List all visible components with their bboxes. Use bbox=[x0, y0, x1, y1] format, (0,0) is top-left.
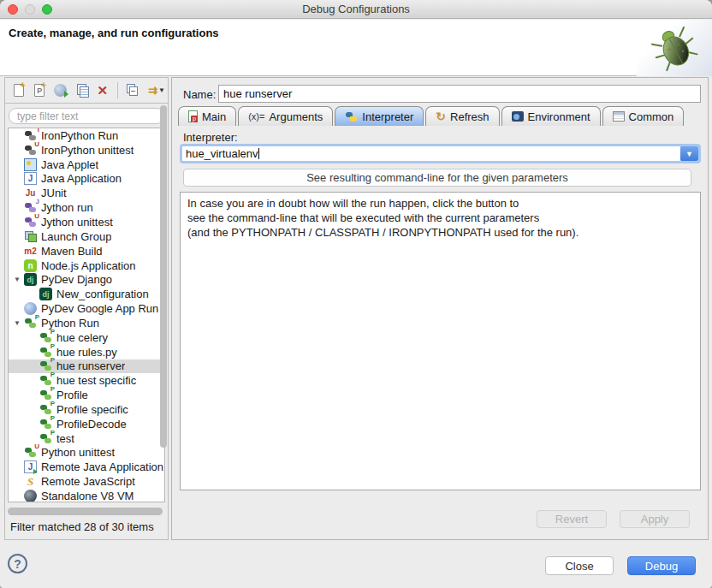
apply-button[interactable]: Apply bbox=[620, 510, 690, 528]
tree-item-java-applet[interactable]: Java Applet bbox=[9, 157, 164, 172]
tree-item-launch-group[interactable]: Launch Group bbox=[9, 229, 164, 244]
tab-arguments[interactable]: (x)= Arguments bbox=[238, 106, 333, 126]
tree-vertical-scrollbar[interactable] bbox=[160, 105, 167, 448]
close-button[interactable]: Close bbox=[545, 556, 614, 575]
tree-item-jython-unittest[interactable]: U Jython unittest bbox=[9, 215, 164, 229]
tree-item-label: Standalone V8 VM bbox=[41, 490, 134, 502]
tree-item-label: New_configuration bbox=[56, 288, 149, 300]
tree-horizontal-scrollbar[interactable] bbox=[8, 508, 163, 515]
tree-item-label: Maven Build bbox=[41, 245, 103, 258]
tab-label: Refresh bbox=[450, 110, 490, 123]
python-dark-icon: U bbox=[24, 144, 37, 157]
launch-group-icon bbox=[24, 230, 37, 243]
tree-item-pydev-django[interactable]: ▼ PyDev Django bbox=[9, 272, 164, 287]
filter-launch-configs-button[interactable]: ⇉▼ bbox=[145, 82, 168, 98]
tree-item-java-application[interactable]: Java Application bbox=[9, 172, 164, 187]
tree-item-label: Profile specific bbox=[56, 403, 128, 416]
tab-main[interactable]: Main bbox=[178, 106, 236, 126]
expand-arrow-icon[interactable]: ▼ bbox=[14, 319, 24, 327]
debug-button[interactable]: Debug bbox=[627, 556, 696, 575]
tree-item-profiledecode[interactable]: P ProfileDecode bbox=[9, 417, 164, 431]
tree-item-hue-rules-py[interactable]: P hue rules.py bbox=[9, 345, 164, 359]
new-config-icon: + bbox=[14, 84, 24, 97]
revert-button[interactable]: Revert bbox=[537, 510, 607, 528]
new-config-button[interactable]: + bbox=[11, 82, 27, 98]
window-title: Debug Configurations bbox=[0, 0, 712, 19]
tab-bar: Main (x)= Arguments Interpreter ↻ Refres… bbox=[178, 106, 684, 126]
tree-item-python-unittest[interactable]: U Python unittest bbox=[9, 446, 164, 460]
node-icon bbox=[24, 259, 37, 272]
tree-item-label: hue runserver bbox=[56, 359, 125, 372]
filter-dropdown-icon: ⇉ bbox=[148, 84, 157, 97]
toolbar-separator bbox=[117, 82, 118, 98]
tab-label: Environment bbox=[528, 110, 590, 123]
tree-item-ironpython-unittest[interactable]: U IronPython unittest bbox=[9, 143, 164, 157]
interpreter-label: Interpreter: bbox=[183, 131, 238, 144]
remote-js-icon bbox=[24, 475, 37, 488]
delete-config-button[interactable]: ✕ bbox=[95, 82, 110, 98]
export-config-button[interactable] bbox=[53, 82, 68, 98]
tree-item-label: Remote Java Application bbox=[41, 460, 163, 473]
tree-item-label: Java Application bbox=[41, 172, 122, 185]
help-button[interactable]: ? bbox=[8, 554, 27, 573]
tab-environment[interactable]: Environment bbox=[501, 106, 601, 126]
tree-item-test[interactable]: P test bbox=[9, 431, 164, 446]
tree-item-standalone-v8-vm[interactable]: Standalone V8 VM bbox=[9, 489, 164, 502]
tree-item-ironpython-run[interactable]: I IronPython Run bbox=[9, 128, 164, 143]
tree-item-pydev-google-app-run[interactable]: PyDev Google App Run bbox=[9, 301, 164, 316]
duplicate-config-button[interactable] bbox=[74, 82, 90, 98]
tree-item-hue-test-specific[interactable]: P hue test specific bbox=[9, 373, 164, 388]
tree-item-profile-specific[interactable]: P Profile specific bbox=[9, 402, 164, 417]
tree-item-label: IronPython unittest bbox=[41, 144, 134, 157]
tree-item-remote-javascript[interactable]: Remote JavaScript bbox=[9, 474, 164, 489]
see-commandline-button[interactable]: See resulting command-line for the given… bbox=[183, 169, 691, 187]
python-blue-icon bbox=[345, 110, 358, 123]
env-icon bbox=[512, 111, 524, 122]
debug-bug-icon bbox=[637, 20, 712, 76]
tree-item-label: IronPython Run bbox=[41, 129, 118, 142]
django-icon bbox=[24, 273, 37, 286]
tab-interpreter[interactable]: Interpreter bbox=[335, 106, 424, 126]
tree-item-label: Java Applet bbox=[41, 158, 98, 171]
tree-item-label: Launch Group bbox=[41, 230, 111, 243]
tree-item-label: Profile bbox=[56, 389, 88, 401]
configuration-detail-panel: Name: Main (x)= Arguments Interpreter ↻ … bbox=[171, 77, 709, 540]
collapse-all-button[interactable]: − bbox=[125, 82, 140, 98]
interpreter-info-text: In case you are in doubt how will the ru… bbox=[180, 192, 701, 490]
python-green-icon: P bbox=[24, 317, 37, 330]
tree-item-node-js-application[interactable]: Node.js Application bbox=[9, 258, 164, 273]
tree-item-python-run[interactable]: ▼ P Python Run bbox=[9, 316, 164, 330]
tree-item-label: test bbox=[56, 432, 74, 445]
tree-item-remote-java-application[interactable]: Remote Java Application bbox=[9, 460, 164, 474]
name-input[interactable] bbox=[218, 85, 701, 103]
tree-item-junit[interactable]: JUnit bbox=[9, 186, 164, 200]
interpreter-combo[interactable]: hue_virtualenv ▼ bbox=[180, 144, 701, 163]
applet-icon bbox=[24, 158, 37, 171]
tree-item-maven-build[interactable]: Maven Build bbox=[9, 244, 164, 258]
tree-item-label: ProfileDecode bbox=[56, 418, 127, 431]
tree-item-jython-run[interactable]: J Jython run bbox=[9, 200, 164, 215]
filter-status: Filter matched 28 of 30 items bbox=[10, 520, 154, 533]
python-purple-icon: U bbox=[24, 216, 37, 229]
v8-icon bbox=[24, 490, 37, 502]
export-config-icon bbox=[54, 84, 67, 97]
main-icon bbox=[188, 110, 198, 122]
java-app-icon bbox=[24, 172, 37, 185]
tree-item-profile[interactable]: P Profile bbox=[9, 388, 164, 402]
tab-common[interactable]: Common bbox=[602, 106, 685, 126]
maven-icon bbox=[24, 245, 37, 258]
configurations-toolbar: + P+ ✕ − ⇉▼ bbox=[4, 77, 169, 104]
django-icon bbox=[39, 288, 52, 300]
new-prototype-button[interactable]: P+ bbox=[33, 82, 48, 98]
tree-item-hue-celery[interactable]: P hue celery bbox=[9, 330, 164, 345]
new-prototype-icon: P+ bbox=[34, 84, 44, 97]
tree-item-new-configuration[interactable]: New_configuration bbox=[9, 287, 164, 301]
tree-item-hue-runserver[interactable]: P hue runserver bbox=[9, 359, 164, 374]
filter-input[interactable] bbox=[9, 108, 164, 124]
interpreter-value[interactable]: hue_virtualenv bbox=[182, 146, 680, 161]
expand-arrow-icon[interactable]: ▼ bbox=[14, 276, 24, 283]
tab-label: Arguments bbox=[269, 110, 323, 123]
combo-dropdown-button[interactable]: ▼ bbox=[680, 146, 698, 161]
tab-refresh[interactable]: ↻ Refresh bbox=[425, 106, 499, 126]
refresh-icon: ↻ bbox=[436, 110, 446, 122]
